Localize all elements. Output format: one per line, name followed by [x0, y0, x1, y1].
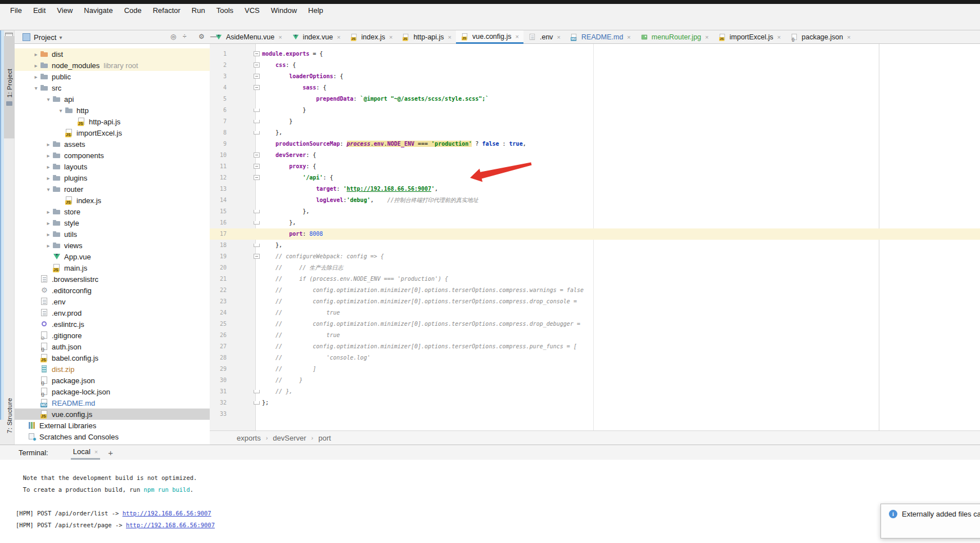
chevron-down-icon[interactable]: ▾ [32, 85, 40, 91]
chevron-right-icon[interactable]: ▸ [44, 231, 52, 237]
terminal-link[interactable]: http://192.168.66.56:9007 [126, 522, 215, 528]
code-line[interactable]: 6 } [210, 105, 980, 116]
code-line[interactable]: 11 proxy: { [210, 161, 980, 172]
close-icon[interactable]: × [705, 34, 708, 41]
code-line[interactable]: 13 target: 'http://192.168.66.56:9007', [210, 183, 980, 195]
editor-breadcrumb-devserver[interactable]: devServer [273, 434, 306, 442]
fold-marker[interactable] [254, 109, 260, 112]
code-line[interactable]: 24 // true [210, 307, 980, 318]
fold-marker[interactable] [254, 120, 260, 123]
code-line[interactable]: 14 logLevel:'debug', //控制台终端打印代理前的真实地址 [210, 195, 980, 206]
close-icon[interactable]: × [777, 34, 780, 41]
fold-marker[interactable] [254, 390, 260, 393]
code-line[interactable]: 21 // if (process.env.NODE_ENV === 'prod… [210, 273, 980, 285]
tree-item-gitignore[interactable]: .gitignore [15, 330, 210, 341]
menu-help[interactable]: Help [302, 4, 329, 17]
tree-item-package-json[interactable]: package.json [15, 375, 210, 386]
fold-marker[interactable] [254, 175, 260, 180]
tree-item-scratches-and-consoles[interactable]: Scratches and Consoles [15, 431, 210, 442]
code-line[interactable]: 1module.exports = { [210, 48, 980, 60]
tree-item-src[interactable]: ▾src [15, 82, 210, 93]
tree-item-env-prod[interactable]: .env.prod [15, 307, 210, 318]
code-line[interactable]: 28 // 'console.log' [210, 352, 980, 364]
tool-window-structure-button[interactable]: 7: Structure [4, 389, 15, 443]
tab-http-api-js[interactable]: http-api.js× [397, 30, 456, 44]
code-line[interactable]: 29 // ] [210, 364, 980, 375]
tree-item-layouts[interactable]: ▸layouts [15, 161, 210, 172]
close-icon[interactable]: × [448, 34, 451, 41]
code-line[interactable]: 18 }, [210, 240, 980, 251]
close-icon[interactable]: × [516, 33, 519, 40]
close-icon[interactable]: × [94, 448, 98, 455]
code-line[interactable]: 12 '/api': { [210, 172, 980, 183]
settings-icon[interactable]: ⚙ [198, 33, 205, 41]
code-line[interactable]: 8 }, [210, 127, 980, 138]
fold-marker[interactable] [254, 210, 260, 213]
chevron-down-icon[interactable]: ▾ [44, 186, 52, 192]
fold-marker[interactable] [254, 254, 260, 259]
close-icon[interactable]: × [389, 34, 392, 41]
editor-breadcrumb-exports[interactable]: exports [237, 434, 261, 442]
menu-code[interactable]: Code [119, 4, 147, 17]
tree-item-utils[interactable]: ▸utils [15, 228, 210, 240]
fold-marker[interactable] [254, 74, 260, 79]
tree-item-dist-zip[interactable]: dist.zip [15, 364, 210, 375]
tree-item-store[interactable]: ▸store [15, 206, 210, 217]
menu-window[interactable]: Window [265, 4, 302, 17]
fold-marker[interactable] [254, 244, 260, 247]
menu-file[interactable]: File [4, 4, 28, 17]
tree-item-auth-json[interactable]: auth.json [15, 341, 210, 352]
code-line[interactable]: 15 }, [210, 206, 980, 217]
terminal-output[interactable]: Note that the development build is not o… [0, 460, 980, 531]
close-icon[interactable]: × [278, 34, 282, 41]
chevron-right-icon[interactable]: ▸ [32, 74, 40, 80]
code-line[interactable]: 4 sass: { [210, 82, 980, 93]
tree-item-editorconfig[interactable]: .editorconfig [15, 285, 210, 296]
chevron-right-icon[interactable]: ▸ [32, 62, 40, 69]
tool-window-project-button[interactable]: 1: Project [4, 36, 15, 138]
fold-marker[interactable] [254, 221, 260, 225]
fold-marker[interactable] [254, 152, 260, 158]
menu-view[interactable]: View [51, 4, 78, 17]
code-line[interactable]: 17 port: 8008 [210, 228, 980, 240]
tree-item-api[interactable]: ▾api [15, 93, 210, 105]
tab-package-json[interactable]: package.json× [785, 30, 855, 44]
chevron-right-icon[interactable]: ▸ [44, 152, 52, 159]
chevron-right-icon[interactable]: ▸ [44, 175, 52, 181]
tree-item-eslintrc-js[interactable]: .eslintrc.js [15, 318, 210, 330]
tree-item-main-js[interactable]: main.js [15, 262, 210, 273]
new-terminal-icon[interactable]: + [108, 448, 113, 457]
tree-item-style[interactable]: ▸style [15, 217, 210, 228]
code-line[interactable]: 16 }, [210, 217, 980, 228]
tree-item-http-api-js[interactable]: http-api.js [15, 116, 210, 127]
code-line[interactable]: 26 // true [210, 330, 980, 341]
menu-run[interactable]: Run [186, 4, 211, 17]
chevron-right-icon[interactable]: ▸ [44, 209, 52, 215]
tree-item-public[interactable]: ▸public [15, 71, 210, 82]
fold-marker[interactable] [254, 85, 260, 90]
tree-item-assets[interactable]: ▸assets [15, 138, 210, 150]
chevron-down-icon[interactable]: ▾ [44, 96, 52, 102]
chevron-down-icon[interactable]: ▾ [57, 107, 65, 114]
code-line[interactable]: 7 } [210, 116, 980, 127]
tab-index-js[interactable]: index.js× [345, 30, 398, 44]
code-line[interactable]: 3 loaderOptions: { [210, 71, 980, 82]
chevron-right-icon[interactable]: ▸ [32, 51, 40, 57]
menu-vcs[interactable]: VCS [239, 4, 265, 17]
tree-item-router[interactable]: ▾router [15, 183, 210, 195]
tree-item-node-modules[interactable]: ▸node_moduleslibrary root [15, 60, 210, 71]
terminal-tab-local[interactable]: Local × [71, 445, 101, 460]
tree-item-dist[interactable]: ▸dist [15, 48, 210, 60]
menu-refactor[interactable]: Refactor [147, 4, 186, 17]
code-line[interactable]: 22 // config.optimization.minimizer[0].o… [210, 285, 980, 296]
tab-asidemenu-vue[interactable]: AsideMenu.vue× [210, 30, 287, 44]
tab-index-vue[interactable]: index.vue× [287, 30, 345, 44]
tab-vue-config-js[interactable]: vue.config.js× [456, 30, 523, 44]
tree-item-browserslistrc[interactable]: .browserslistrc [15, 273, 210, 285]
code-line[interactable]: 9 productionSourceMap: process.env.NODE_… [210, 138, 980, 150]
tree-item-views[interactable]: ▸views [15, 240, 210, 251]
code-editor[interactable]: 1module.exports = {2 css: {3 loaderOptio… [210, 44, 980, 430]
tree-item-http[interactable]: ▾http [15, 105, 210, 116]
tree-item-external-libraries[interactable]: External Libraries [15, 420, 210, 431]
project-panel-header[interactable]: Project ▾ ◎ ÷ ⚙ — [15, 30, 210, 44]
